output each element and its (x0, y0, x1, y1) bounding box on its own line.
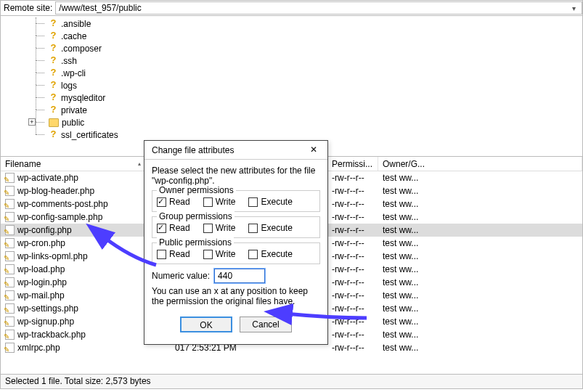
status-bar: Selected 1 file. Total size: 2,573 bytes (0, 375, 583, 389)
sort-caret-icon: ▴ (138, 160, 141, 167)
chevron-down-icon[interactable]: ▾ (572, 4, 579, 12)
file-permissions: -rw-r--r-- (327, 173, 378, 183)
tree-item[interactable]: ?private (49, 104, 118, 116)
php-file-icon (5, 343, 15, 353)
php-file-icon (5, 212, 15, 222)
cancel-button[interactable]: Cancel (240, 317, 292, 332)
file-permissions: -rw-r--r-- (327, 251, 378, 261)
file-permissions: -rw-r--r-- (327, 225, 378, 235)
public-permissions-group: Public permissions Read Write Execute (152, 242, 320, 264)
php-file-icon (5, 238, 15, 248)
file-owner: test ww... (378, 238, 582, 248)
php-file-icon (5, 251, 15, 261)
file-name: wp-login.php (17, 277, 67, 287)
file-owner: test ww... (378, 330, 582, 340)
file-name: wp-links-opml.php (17, 251, 88, 261)
tree-item[interactable]: ?.cache (49, 30, 118, 42)
file-permissions: -rw-r--r-- (327, 212, 378, 222)
owner-execute-checkbox[interactable]: Execute (248, 197, 292, 207)
group-execute-checkbox[interactable]: Execute (248, 223, 292, 233)
folder-icon (49, 118, 59, 127)
dialog-instruction: Please select the new attributes for the… (152, 166, 320, 186)
file-owner: test ww... (378, 186, 582, 196)
file-owner: test ww... (378, 317, 582, 327)
file-name: wp-trackback.php (17, 330, 86, 340)
file-name: wp-load.php (17, 264, 65, 274)
file-name: wp-config.php (17, 225, 72, 235)
file-owner: test ww... (378, 251, 582, 261)
dialog-title: Change file attributes (152, 145, 234, 155)
unknown-folder-icon: ? (49, 31, 58, 41)
remote-tree[interactable]: ?.ansible?.cache?.composer?.ssh?.wp-cli?… (0, 16, 583, 157)
owner-group-label: Owner permissions (157, 185, 236, 195)
numeric-value-input[interactable] (214, 269, 265, 283)
php-file-icon (5, 199, 15, 209)
expander-icon[interactable]: + (28, 118, 36, 126)
file-owner: test ww... (378, 212, 582, 222)
col-permissions[interactable]: Permissi... (327, 157, 378, 171)
owner-read-checkbox[interactable]: Read (157, 197, 190, 207)
group-permissions-group: Group permissions Read Write Execute (152, 216, 320, 238)
tree-item[interactable]: ?mysqleditor (49, 91, 118, 104)
tree-item-label: mysqleditor (61, 93, 105, 103)
tree-item[interactable]: ?.ssh (49, 54, 118, 67)
unknown-folder-icon: ? (49, 44, 58, 53)
php-file-icon (5, 303, 15, 314)
ok-button[interactable]: OK (180, 317, 232, 332)
remote-path-value: /www/test_957/public (59, 3, 141, 13)
file-owner: test ww... (378, 173, 582, 183)
col-filename[interactable]: Filename▴ (1, 157, 146, 171)
file-name: wp-comments-post.php (17, 199, 108, 209)
dialog-titlebar: Change file attributes ✕ (144, 141, 327, 160)
col-owner[interactable]: Owner/G... (378, 157, 582, 171)
tree-item-label: .cache (61, 31, 86, 41)
unknown-folder-icon: ? (49, 56, 58, 65)
php-file-icon (5, 264, 15, 274)
file-permissions: -rw-r--r-- (327, 317, 378, 327)
php-file-icon (5, 225, 15, 235)
file-name: wp-config-sample.php (17, 212, 102, 222)
php-file-icon (5, 173, 15, 183)
public-read-checkbox[interactable]: Read (157, 249, 190, 259)
tree-item[interactable]: ?.ansible (49, 17, 118, 30)
unknown-folder-icon: ? (49, 130, 58, 139)
php-file-icon (5, 186, 15, 196)
file-name: wp-mail.php (17, 290, 65, 301)
owner-write-checkbox[interactable]: Write (203, 197, 236, 207)
file-permissions: -rw-r--r-- (327, 199, 378, 209)
unknown-folder-icon: ? (49, 68, 58, 78)
public-execute-checkbox[interactable]: Execute (248, 249, 292, 259)
tree-item-label: .ansible (61, 19, 91, 29)
file-name: xmlrpc.php (17, 343, 60, 353)
file-permissions: -rw-r--r-- (327, 343, 378, 353)
file-permissions: -rw-r--r-- (327, 264, 378, 274)
close-icon[interactable]: ✕ (304, 143, 323, 158)
file-owner: test ww... (378, 225, 582, 235)
attributes-dialog: Change file attributes ✕ Please select t… (144, 140, 328, 345)
unknown-folder-icon: ? (49, 19, 58, 28)
tree-item[interactable]: ?.composer (49, 42, 118, 54)
group-read-checkbox[interactable]: Read (157, 223, 190, 233)
tree-item-label: public (62, 118, 84, 128)
tree-item[interactable]: +public (49, 116, 118, 128)
file-name: wp-signup.php (17, 317, 74, 327)
group-group-label: Group permissions (157, 211, 235, 221)
group-write-checkbox[interactable]: Write (203, 223, 236, 233)
tree-item-label: .ssh (61, 56, 77, 66)
file-owner: test ww... (378, 343, 582, 353)
remote-path-input[interactable]: /www/test_957/public ▾ (55, 1, 582, 15)
tree-item-label: logs (61, 81, 77, 91)
tree-item[interactable]: ?ssl_certificates (49, 128, 118, 141)
unknown-folder-icon: ? (49, 81, 58, 90)
unknown-folder-icon: ? (49, 105, 58, 115)
tree-item[interactable]: ?.wp-cli (49, 67, 118, 79)
file-name: wp-settings.php (17, 303, 78, 314)
file-permissions: -rw-r--r-- (327, 303, 378, 314)
tree-item-label: .wp-cli (61, 68, 86, 78)
file-permissions: -rw-r--r-- (327, 238, 378, 248)
file-permissions: -rw-r--r-- (327, 277, 378, 287)
public-write-checkbox[interactable]: Write (203, 249, 236, 259)
tree-item[interactable]: ?logs (49, 79, 118, 91)
php-file-icon (5, 277, 15, 287)
tree-item-label: ssl_certificates (61, 130, 118, 140)
